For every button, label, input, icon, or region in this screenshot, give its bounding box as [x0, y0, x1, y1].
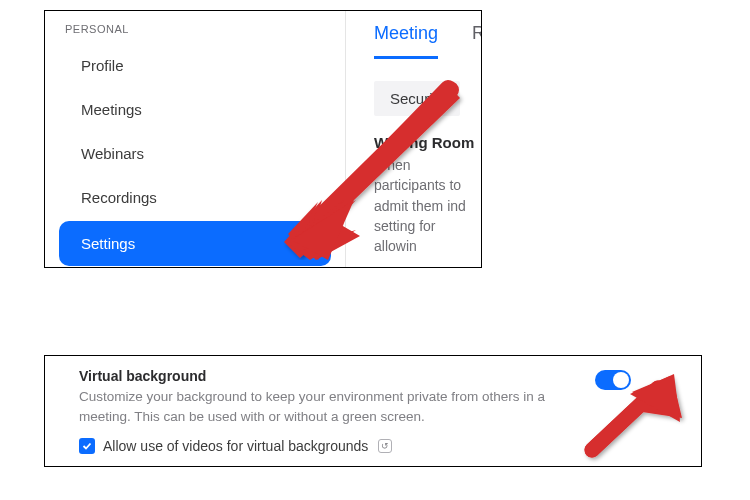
sidebar-item-recordings[interactable]: Recordings: [59, 177, 331, 218]
virtual-background-panel: Virtual background Customize your backgr…: [44, 355, 702, 467]
content-area: Meeting Re Security Waiting Room When pa…: [345, 11, 481, 267]
reset-icon[interactable]: ↺: [378, 439, 392, 453]
tab-meeting[interactable]: Meeting: [374, 23, 438, 59]
virtual-background-row: Virtual background Customize your backgr…: [79, 368, 631, 426]
virtual-background-desc: Customize your background to keep your e…: [79, 387, 595, 426]
sidebar-item-settings[interactable]: Settings: [59, 221, 331, 266]
settings-panel-top: PERSONAL Profile Meetings Webinars Recor…: [44, 10, 482, 268]
section-link-security[interactable]: Security: [374, 81, 460, 116]
sidebar-section-label: PERSONAL: [65, 23, 331, 35]
sidebar-item-meetings[interactable]: Meetings: [59, 89, 331, 130]
sidebar-item-webinars[interactable]: Webinars: [59, 133, 331, 174]
virtual-background-title: Virtual background: [79, 368, 595, 384]
check-icon: [82, 441, 92, 451]
virtual-background-text: Virtual background Customize your backgr…: [79, 368, 595, 426]
allow-videos-checkbox[interactable]: [79, 438, 95, 454]
waiting-room-title: Waiting Room: [374, 134, 481, 151]
allow-videos-row: Allow use of videos for virtual backgrou…: [79, 438, 631, 454]
virtual-background-toggle[interactable]: [595, 370, 631, 390]
tabs: Meeting Re: [374, 23, 481, 59]
waiting-room-desc: When participants to admit them ind sett…: [374, 155, 481, 256]
allow-videos-label: Allow use of videos for virtual backgrou…: [103, 438, 368, 454]
sidebar: PERSONAL Profile Meetings Webinars Recor…: [45, 11, 345, 267]
tab-recording[interactable]: Re: [472, 23, 481, 59]
sidebar-item-profile[interactable]: Profile: [59, 45, 331, 86]
